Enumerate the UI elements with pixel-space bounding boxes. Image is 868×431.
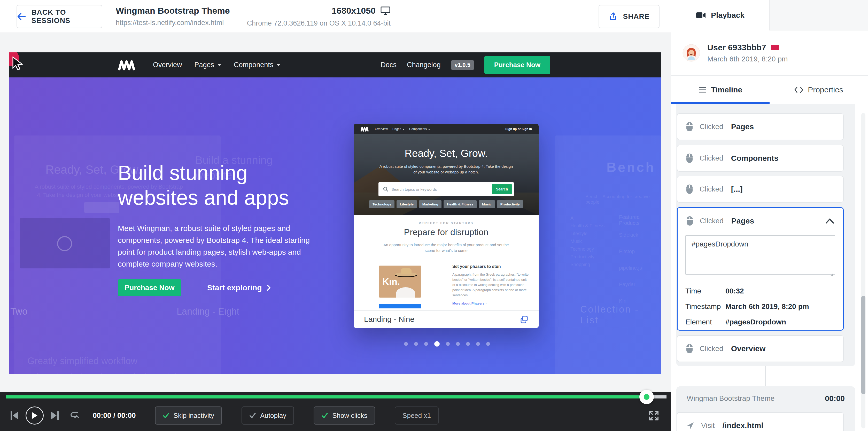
site-nav-changelog[interactable]: Changelog bbox=[407, 61, 441, 69]
carousel-dot[interactable] bbox=[446, 342, 450, 346]
detail-row-time: Time 00:32 bbox=[685, 284, 835, 299]
session-meta: 1680x1050 Chrome 72.0.3626.119 on OS X 1… bbox=[247, 6, 391, 27]
mini-auth-links[interactable]: Sign up or Sign in bbox=[505, 127, 532, 131]
hero-headline-line2: websites and apps bbox=[118, 185, 289, 210]
tabbar-filler bbox=[769, 0, 868, 30]
slide-footer: Landing - Nine bbox=[354, 310, 538, 328]
detail-row-timestamp: Timestamp March 6th 2019, 8:20 pm bbox=[685, 299, 835, 314]
mini-nav-pages[interactable]: Pages bbox=[393, 127, 405, 131]
play-button[interactable] bbox=[26, 406, 44, 425]
event-card-expanded: Clicked Pages #pagesDropdown Time 00:32 … bbox=[677, 207, 844, 331]
carousel-dot[interactable] bbox=[414, 342, 418, 346]
category-pill[interactable]: Health & Fitness bbox=[443, 200, 476, 208]
start-exploring-link[interactable]: Start exploring bbox=[207, 284, 271, 292]
fullscreen-button[interactable] bbox=[649, 411, 659, 421]
resize-grip-icon[interactable] bbox=[830, 272, 834, 277]
ghost-bench-caption: Bench - Accounting for creative people bbox=[585, 194, 661, 205]
ghost-section-heading: Greatly simplified workflow bbox=[27, 356, 137, 366]
event-card[interactable]: Clicked [...] bbox=[677, 176, 844, 203]
session-url: https://test-ls.netlify.com/index.html bbox=[116, 19, 230, 27]
page-title: Wingman Bootstrap Theme bbox=[116, 6, 230, 16]
navbar-purchase-button[interactable]: Purchase Now bbox=[485, 56, 550, 74]
replay-viewport: Overview Pages Components Docs Changelog… bbox=[9, 53, 661, 374]
selector-textarea[interactable]: #pagesDropdown bbox=[685, 235, 835, 275]
speed-button[interactable]: Speed x1 bbox=[395, 406, 439, 425]
mini-search-button[interactable]: Search bbox=[492, 184, 512, 194]
hero-purchase-button[interactable]: Purchase Now bbox=[118, 279, 181, 296]
site-nav-pages[interactable]: Pages bbox=[194, 61, 222, 69]
sidebar-scrollbar-thumb[interactable] bbox=[861, 296, 865, 394]
carousel-dot-active[interactable] bbox=[434, 341, 440, 346]
playback-sidebar: Playback User 6933bbb7 March 6th 2019, 8… bbox=[671, 0, 868, 431]
hero-headline: Build stunning websites and apps bbox=[118, 161, 289, 210]
carousel-dot[interactable] bbox=[466, 342, 470, 346]
mouse-icon bbox=[686, 153, 693, 163]
playhead-handle[interactable] bbox=[640, 390, 654, 404]
code-icon bbox=[795, 87, 803, 93]
tab-timeline[interactable]: Timeline bbox=[671, 76, 770, 104]
share-label: SHARE bbox=[623, 12, 649, 21]
event-card[interactable]: Clicked Components bbox=[677, 145, 844, 172]
blue-progress-strip bbox=[379, 304, 421, 308]
progress-bar[interactable] bbox=[6, 395, 666, 398]
open-slide-icon[interactable] bbox=[520, 315, 528, 323]
skip-next-button[interactable] bbox=[51, 410, 59, 421]
category-pill[interactable]: Lifestyle bbox=[397, 200, 417, 208]
ghost-featured-products: Featured Products bbox=[619, 214, 661, 226]
search-icon bbox=[383, 187, 388, 192]
site-nav-components[interactable]: Components bbox=[234, 61, 281, 69]
expanded-event-header[interactable]: Clicked Pages bbox=[678, 208, 843, 234]
category-pill[interactable]: Productivity bbox=[497, 200, 523, 208]
carousel-dot[interactable] bbox=[404, 342, 408, 346]
hero-headline-line1: Build stunning bbox=[118, 161, 289, 185]
mouse-cursor-icon bbox=[12, 57, 24, 70]
share-button[interactable]: SHARE bbox=[598, 5, 659, 28]
mini-nav-components[interactable]: Components bbox=[409, 127, 430, 131]
tab-properties[interactable]: Properties bbox=[770, 76, 868, 104]
ghost-label-two: Two bbox=[10, 306, 27, 317]
tab-playback[interactable]: Playback bbox=[671, 0, 769, 30]
event-card[interactable]: Clicked Overview bbox=[677, 335, 844, 362]
replay-button[interactable] bbox=[69, 410, 79, 421]
user-row: User 6933bbb7 March 6th 2019, 8:20 pm bbox=[671, 30, 868, 76]
check-icon bbox=[249, 412, 256, 419]
ghost-play-icon bbox=[57, 236, 72, 251]
carousel-dot[interactable] bbox=[456, 342, 460, 346]
progress-fill bbox=[6, 395, 647, 398]
mini-search-placeholder: Search topics or keywords bbox=[392, 187, 437, 192]
arrow-left-icon bbox=[17, 13, 26, 21]
visit-event-card[interactable]: Visit /index.html bbox=[677, 412, 844, 431]
site-nav-overview[interactable]: Overview bbox=[153, 61, 182, 69]
section-kicker: PERFECT FOR STARTUPS bbox=[354, 222, 538, 225]
category-pill[interactable]: Music bbox=[479, 200, 495, 208]
ghost-label-landing-eight: Landing - Eight bbox=[177, 306, 239, 317]
mini-search-bar[interactable]: Search topics or keywords Search bbox=[378, 182, 514, 196]
mini-hero-subtext: A robust suite of styled components, pow… bbox=[379, 164, 513, 175]
carousel-dot[interactable] bbox=[486, 342, 490, 346]
chevron-up-icon[interactable] bbox=[826, 218, 834, 224]
skip-inactivity-toggle[interactable]: Skip inactivity bbox=[155, 406, 222, 425]
site-hero: Ready, Set, Grow. A robust suite of styl… bbox=[9, 77, 661, 374]
category-pill[interactable]: Technology bbox=[369, 200, 395, 208]
hero-paragraph: Meet Wingman, a robust suite of styled p… bbox=[118, 223, 324, 270]
kin-logo-text: Kın. bbox=[382, 276, 400, 287]
mini-nav-overview[interactable]: Overview bbox=[375, 127, 388, 131]
site-nav-docs[interactable]: Docs bbox=[381, 61, 397, 69]
category-pill[interactable]: Marketing bbox=[419, 200, 441, 208]
ghost-bench-heading: Bench bbox=[607, 160, 655, 175]
group-time: 00:00 bbox=[825, 394, 845, 403]
chevron-down-icon bbox=[276, 64, 281, 66]
feature-link[interactable]: More about Phasers › bbox=[452, 301, 530, 305]
event-card[interactable]: Clicked Pages bbox=[677, 113, 844, 140]
browser-info: Chrome 72.0.3626.119 on OS X 10.14.0 64-… bbox=[247, 19, 391, 27]
skip-previous-button[interactable] bbox=[10, 410, 19, 421]
autoplay-toggle[interactable]: Autoplay bbox=[242, 406, 294, 425]
session-date: March 6th 2019, 8:20 pm bbox=[707, 55, 788, 63]
mouse-icon bbox=[686, 122, 693, 132]
carousel-dot[interactable] bbox=[476, 342, 480, 346]
show-clicks-toggle[interactable]: Show clicks bbox=[314, 406, 375, 425]
check-icon bbox=[321, 412, 328, 419]
carousel-dot[interactable] bbox=[424, 342, 428, 346]
group-title: Wingman Bootstrap Theme bbox=[687, 394, 774, 403]
back-to-sessions-button[interactable]: BACK TO SESSIONS bbox=[17, 5, 102, 28]
